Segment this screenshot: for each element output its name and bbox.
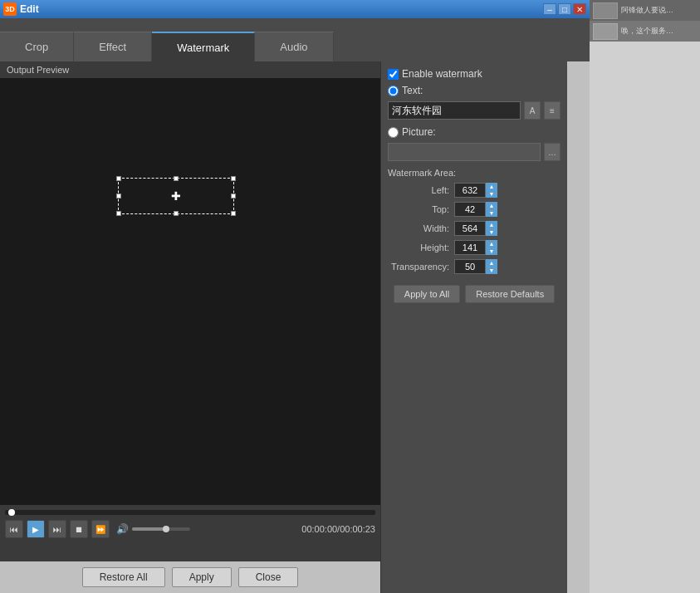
player-controls: ⏮ ▶ ⏭ ⏹ ⏩ 🔊 00:00:00/00:00:23: [0, 505, 380, 561]
top-spinner: ▲ ▼: [454, 202, 497, 217]
transparency-input[interactable]: [454, 259, 486, 274]
transparency-down-button[interactable]: ▼: [486, 267, 497, 274]
width-down-button[interactable]: ▼: [486, 228, 497, 236]
sidebar-thumb-top: 阿锋做人要说…: [590, 0, 700, 21]
step-forward-button[interactable]: ⏭: [48, 520, 66, 538]
width-row: Width: ▲ ▼: [388, 221, 560, 236]
height-up-button[interactable]: ▲: [486, 240, 497, 247]
height-row: Height: ▲ ▼: [388, 240, 560, 255]
height-down-button[interactable]: ▼: [486, 247, 497, 255]
right-panel: Enable watermark Text: A ≡ Pictu: [380, 61, 567, 593]
left-spinner: ▲ ▼: [454, 183, 497, 198]
sidebar-thumb-img: [593, 2, 618, 19]
sidebar-thumbnail: 阿锋做人要说… 唤，这个服务…: [590, 0, 700, 42]
action-row: Apply to All Restore Defaults: [388, 285, 560, 303]
handle-top-right[interactable]: [231, 176, 236, 181]
volume-fill: [132, 527, 164, 531]
height-spinner-btns: ▲ ▼: [486, 240, 497, 255]
picture-radio[interactable]: [388, 127, 399, 138]
volume-knob[interactable]: [163, 526, 169, 532]
picture-browse-icon[interactable]: …: [544, 143, 560, 161]
progress-indicator[interactable]: [8, 509, 15, 516]
height-label: Height:: [388, 243, 454, 252]
width-spinner-btns: ▲ ▼: [486, 221, 497, 236]
content-area: Output Preview ✚: [0, 61, 590, 593]
top-input[interactable]: [454, 202, 486, 217]
watermark-area-label: Watermark Area:: [388, 168, 560, 178]
left-spinner-btns: ▲ ▼: [486, 183, 497, 198]
handle-middle-right[interactable]: [231, 194, 236, 198]
handle-bottom-right[interactable]: [231, 211, 236, 216]
progress-bar[interactable]: [5, 510, 375, 515]
restore-defaults-button[interactable]: Restore Defaults: [465, 285, 555, 303]
width-up-button[interactable]: ▲: [486, 221, 497, 228]
stop-button[interactable]: ⏹: [70, 520, 88, 538]
height-input[interactable]: [454, 240, 486, 255]
step-back-button[interactable]: ⏮: [5, 520, 23, 538]
close-button-bottom[interactable]: Close: [238, 567, 299, 587]
text-radio-row: Text:: [388, 85, 560, 96]
volume-icon: 🔊: [116, 523, 129, 535]
handle-middle-left[interactable]: [116, 194, 121, 198]
sidebar: 阿锋做人要说… 唤，这个服务…: [590, 0, 700, 593]
tab-watermark[interactable]: Watermark: [152, 32, 255, 61]
apply-button[interactable]: Apply: [172, 567, 232, 587]
handle-bottom-middle[interactable]: [174, 211, 179, 216]
transparency-row: Transparency: ▲ ▼: [388, 259, 560, 274]
top-row: Top: ▲ ▼: [388, 202, 560, 217]
left-up-button[interactable]: ▲: [486, 183, 497, 190]
titlebar-left: 3D Edit: [3, 2, 39, 16]
picture-input-row: …: [388, 143, 560, 161]
transparency-spinner-btns: ▲ ▼: [486, 259, 497, 274]
time-display: 00:00:00/00:00:23: [301, 524, 375, 534]
tab-bar: Crop Effect Watermark Audio: [0, 18, 590, 61]
transparency-label: Transparency:: [388, 262, 454, 272]
video-area: ✚: [0, 78, 380, 505]
height-spinner: ▲ ▼: [454, 240, 497, 255]
apply-to-all-button[interactable]: Apply to All: [394, 285, 460, 303]
crosshair-icon: ✚: [171, 189, 181, 203]
watermark-selection-box[interactable]: ✚: [118, 178, 234, 214]
controls-row: ⏮ ▶ ⏭ ⏹ ⏩ 🔊 00:00:00/00:00:23: [5, 520, 375, 538]
text-input-row: A ≡: [388, 101, 560, 120]
tab-audio[interactable]: Audio: [255, 32, 333, 61]
sidebar-thumb-img2: [593, 23, 618, 40]
width-spinner: ▲ ▼: [454, 221, 497, 236]
next-frame-button[interactable]: ⏩: [91, 520, 110, 538]
picture-field: [388, 143, 541, 161]
enable-watermark-checkbox[interactable]: [388, 69, 399, 80]
tab-crop[interactable]: Crop: [0, 32, 74, 61]
minimize-button[interactable]: –: [543, 3, 556, 15]
restore-all-button[interactable]: Restore All: [82, 567, 165, 587]
tab-effect[interactable]: Effect: [74, 32, 152, 61]
width-label: Width:: [388, 223, 454, 233]
text-radio[interactable]: [388, 86, 399, 96]
close-button[interactable]: ✕: [573, 3, 586, 15]
left-row: Left: ▲ ▼: [388, 183, 560, 198]
top-down-button[interactable]: ▼: [486, 209, 497, 217]
transparency-up-button[interactable]: ▲: [486, 259, 497, 267]
titlebar: 3D Edit – □ ✕: [0, 0, 590, 18]
top-spinner-btns: ▲ ▼: [486, 202, 497, 217]
left-input[interactable]: [454, 183, 486, 198]
left-down-button[interactable]: ▼: [486, 190, 497, 198]
text-color-icon[interactable]: ≡: [544, 101, 560, 120]
handle-top-left[interactable]: [116, 176, 121, 181]
maximize-button[interactable]: □: [558, 3, 571, 15]
watermark-text-input[interactable]: [388, 101, 521, 120]
handle-top-middle[interactable]: [174, 176, 179, 181]
app-icon: 3D: [3, 2, 17, 16]
play-button[interactable]: ▶: [27, 520, 45, 538]
top-up-button[interactable]: ▲: [486, 202, 497, 209]
transparency-spinner: ▲ ▼: [454, 259, 497, 274]
bottom-bar: Restore All Apply Close: [0, 561, 380, 593]
picture-radio-row: Picture:: [388, 126, 560, 138]
enable-watermark-label[interactable]: Enable watermark: [388, 68, 482, 80]
text-format-icon[interactable]: A: [524, 101, 541, 120]
width-input[interactable]: [454, 221, 486, 236]
left-panel: Output Preview ✚: [0, 61, 380, 593]
left-label: Left:: [388, 185, 454, 195]
top-label: Top:: [388, 204, 454, 214]
volume-slider[interactable]: [132, 527, 190, 531]
handle-bottom-left[interactable]: [116, 211, 121, 216]
